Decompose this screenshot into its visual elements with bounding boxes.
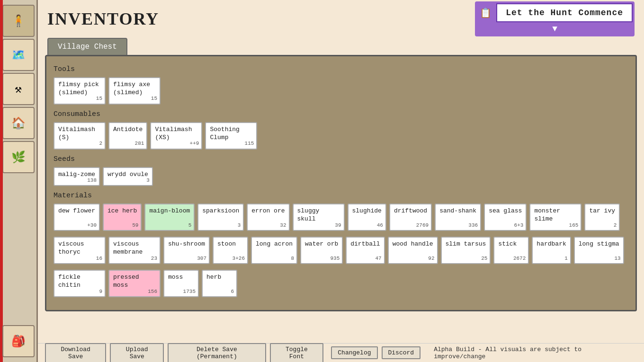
sidebar-item-character[interactable]: 🧍 <box>2 5 35 37</box>
sidebar-item-home[interactable]: 🏠 <box>2 107 35 139</box>
item-name: sparksioon <box>202 207 239 214</box>
item-name: dew flower <box>58 207 95 214</box>
item-name: erron ore <box>251 207 285 214</box>
item-water-orb[interactable]: water orb935 <box>300 237 343 264</box>
item-name: wrydd ovule <box>107 171 148 178</box>
item-count: 281 <box>135 140 144 147</box>
item-driftwood[interactable]: driftwood2769 <box>389 203 432 231</box>
item-name: sand-shank <box>439 207 476 214</box>
hunt-commence-button[interactable]: Let the Hunt Commence <box>496 3 633 22</box>
download-save-button[interactable]: Download Save <box>45 343 106 362</box>
village-chest-tab[interactable]: Village Chest <box>47 38 127 55</box>
upload-save-button[interactable]: Upload Save <box>110 343 164 362</box>
item-monster-slime[interactable]: monster slime165 <box>529 203 581 231</box>
item-count: 935 <box>330 255 340 262</box>
item-stoon[interactable]: stoon3+26 <box>213 237 248 264</box>
item-count: 1735 <box>183 288 196 295</box>
sidebar-item-map[interactable]: 🗺️ <box>2 39 35 71</box>
item-wrydd-ovule[interactable]: wrydd ovule 3 <box>103 167 153 186</box>
item-hardbark[interactable]: hardbark1 <box>532 237 571 264</box>
red-strip <box>0 0 3 362</box>
changelog-button[interactable]: Changelog <box>331 346 377 359</box>
item-slughide[interactable]: slughide46 <box>348 203 386 231</box>
item-herb[interactable]: herb6 <box>202 270 237 297</box>
home-icon: 🏠 <box>11 116 26 130</box>
item-vitalimash-xs[interactable]: Vitalimash (XS) ++9 <box>150 122 202 150</box>
item-vitalimash-s[interactable]: Vitalimash (S) 2 <box>54 122 106 150</box>
item-name: fickle chitin <box>58 274 80 289</box>
item-erron-ore[interactable]: erron ore32 <box>247 203 289 231</box>
item-name: slughide <box>352 207 382 214</box>
discord-button[interactable]: Discord <box>382 346 421 359</box>
item-long-acron[interactable]: long acron8 <box>251 237 297 264</box>
item-count: 307 <box>197 255 206 262</box>
item-sea-glass[interactable]: sea glass6+3 <box>484 203 527 231</box>
consumables-section-label: Consumables <box>54 110 628 118</box>
sidebar-item-bag[interactable]: 🎒 <box>2 325 35 357</box>
item-name: long acron <box>256 240 293 247</box>
hunt-icon: 📋 <box>477 5 494 21</box>
plants-icon: 🌿 <box>11 150 26 164</box>
item-antidote[interactable]: Antidote 281 <box>108 122 147 150</box>
item-wood-handle[interactable]: wood handle92 <box>388 237 438 264</box>
main-content: Inventory 📋 Let the Hunt Commence ▼ Vill… <box>38 0 644 362</box>
item-maign-bloom[interactable]: maign-bloom5 <box>144 203 195 231</box>
item-flimsy-pick[interactable]: flimsy pick (slimed) 15 <box>54 77 106 105</box>
item-name: viscous membrane <box>113 240 143 256</box>
item-soothing-clump[interactable]: Soothing Clump 115 <box>205 122 257 150</box>
item-dirtball[interactable]: dirtball47 <box>346 237 385 264</box>
item-count: 47 <box>375 255 381 262</box>
hunt-button-arrow: ▼ <box>477 24 633 35</box>
map-icon: 🗺️ <box>11 48 26 62</box>
item-count: 15 <box>96 95 102 102</box>
consumables-items-row: Vitalimash (S) 2 Antidote 281 Vitalimash… <box>54 122 628 150</box>
item-count: 6 <box>231 288 234 295</box>
item-tar-ivy[interactable]: tar ivy2 <box>584 203 620 231</box>
item-dew-flower[interactable]: dew flower+30 <box>54 203 100 231</box>
item-count: 92 <box>428 255 434 262</box>
item-flimsy-axe[interactable]: flimsy axe (slimed) 15 <box>108 77 161 105</box>
item-sparksioon[interactable]: sparksioon3 <box>197 203 244 231</box>
item-maligzome[interactable]: malig-zome 138 <box>54 167 100 186</box>
item-count: 39 <box>335 222 341 229</box>
item-count: 3+26 <box>233 255 245 262</box>
item-viscous-thoryc[interactable]: viscous thoryc16 <box>54 237 106 264</box>
item-count: 1 <box>564 255 568 262</box>
materials-section-label: Materials <box>54 192 628 200</box>
item-pressed-moss[interactable]: pressed moss156 <box>108 270 161 297</box>
delete-save-button[interactable]: Delete Save (Permanent) <box>168 343 266 362</box>
item-ice-herb[interactable]: ice herb59 <box>103 203 142 231</box>
item-name: viscous thoryc <box>58 240 84 256</box>
seeds-items-row: malig-zome 138 wrydd ovule 3 <box>54 167 628 186</box>
item-name: moss <box>168 274 183 281</box>
item-viscous-membrane[interactable]: viscous membrane23 <box>108 237 161 264</box>
footer: Download Save Upload Save Delete Save (P… <box>38 343 644 362</box>
item-sluggy-skull[interactable]: sluggy skull39 <box>293 203 345 231</box>
item-name: sea glass <box>489 207 522 214</box>
sidebar-item-plants[interactable]: 🌿 <box>2 141 35 173</box>
item-moss[interactable]: moss1735 <box>163 270 199 297</box>
item-count: 3 <box>146 177 150 184</box>
item-shu-shroom[interactable]: shu-shroom307 <box>163 237 210 264</box>
item-count: 59 <box>132 222 138 229</box>
item-name: driftwood <box>394 207 427 214</box>
item-sand-shank[interactable]: sand-shank336 <box>435 203 481 231</box>
item-long-stigma[interactable]: long stigma13 <box>574 237 624 264</box>
item-name: sluggy skull <box>297 207 320 222</box>
sidebar: 🧍 🗺️ ⚒️ 🏠 🌿 🎒 <box>0 0 38 362</box>
toggle-font-button[interactable]: Toggle Font <box>270 343 324 362</box>
item-slim-tarsus[interactable]: slim tarsus25 <box>441 237 491 264</box>
item-count: 6+3 <box>514 222 524 229</box>
item-count: 3 <box>238 222 241 229</box>
materials-row-3: fickle chitin9 pressed moss156 moss1735 … <box>54 270 628 297</box>
sidebar-item-crafting[interactable]: ⚒️ <box>2 73 35 105</box>
item-name: flimsy axe (slimed) <box>113 81 150 96</box>
item-fickle-chitin[interactable]: fickle chitin9 <box>54 270 106 297</box>
item-stick[interactable]: stick2672 <box>493 237 529 264</box>
footer-status: Alpha Build - All visuals are subject to… <box>434 346 637 360</box>
item-name: Vitalimash (XS) <box>155 126 192 141</box>
item-count: 13 <box>614 255 620 262</box>
item-name: flimsy pick (slimed) <box>58 81 99 96</box>
seeds-section-label: Seeds <box>54 155 628 163</box>
crafting-icon: ⚒️ <box>15 82 21 96</box>
